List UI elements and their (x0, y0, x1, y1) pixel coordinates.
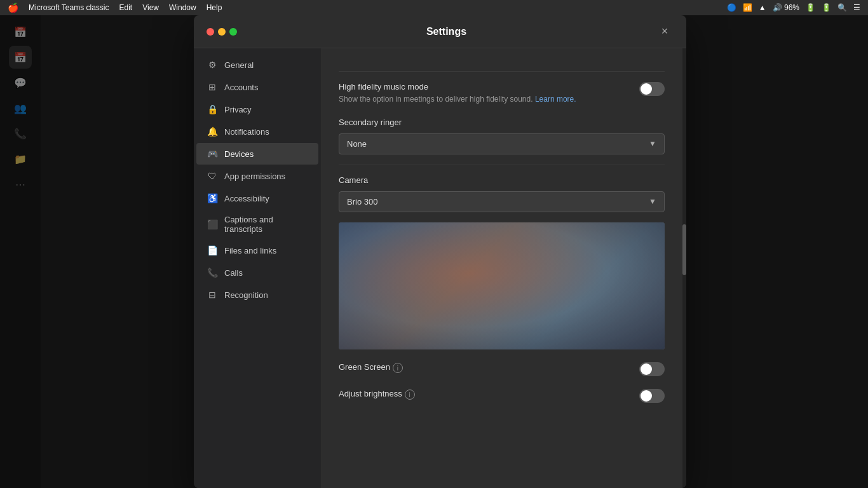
nav-label-privacy: Privacy (224, 105, 252, 114)
settings-scrollbar[interactable] (682, 48, 686, 488)
adjust-brightness-label: Adjust brightness (339, 389, 402, 398)
modal-title: Settings (426, 26, 466, 37)
settings-content: High fidelity music mode Show the option… (321, 48, 682, 488)
adjust-brightness-info-icon[interactable]: i (405, 390, 415, 400)
nav-label-files: Files and links (224, 246, 276, 255)
secondary-ringer-arrow: ▼ (649, 139, 656, 148)
adjust-brightness-label-group: Adjust brightness i (339, 389, 639, 401)
camera-section: Camera Brio 300 ▼ (339, 175, 665, 349)
accounts-icon: ⊞ (207, 81, 218, 93)
nav-item-accounts[interactable]: ⊞ Accounts (196, 76, 318, 98)
camera-preview (339, 222, 665, 349)
green-screen-label: Green Screen (339, 362, 390, 372)
nav-item-calls[interactable]: 📞 Calls (196, 262, 318, 283)
adjust-brightness-row: Adjust brightness i (339, 389, 665, 403)
nav-label-recognition: Recognition (224, 290, 268, 300)
nav-label-captions: Captions and transcripts (224, 215, 308, 234)
top-divider (339, 71, 665, 72)
nav-label-accessibility: Accessibility (224, 194, 269, 203)
adjust-brightness-label-wrap: Adjust brightness i (339, 389, 629, 401)
menubar-right: 🔵 📶 ▲ 🔊 96% 🔋 🔋 🔍 ☰ (727, 3, 860, 12)
secondary-ringer-value: None (347, 139, 367, 149)
adjust-brightness-toggle[interactable] (639, 389, 665, 403)
secondary-ringer-dropdown[interactable]: None ▼ (339, 133, 665, 154)
app-name: Microsoft Teams classic (29, 3, 109, 12)
scrollbar-thumb[interactable] (682, 224, 686, 275)
search-icon[interactable]: 🔍 (837, 3, 847, 12)
devices-icon: 🎮 (207, 148, 218, 159)
privacy-icon: 🔒 (207, 104, 218, 115)
settings-modal: Settings × ⚙ General ⊞ Accounts 🔒 Privac… (194, 15, 686, 488)
green-screen-row: Green Screen i (339, 362, 665, 376)
recognition-icon: ⊟ (207, 289, 218, 301)
secondary-ringer-section: Secondary ringer None ▼ (339, 118, 665, 154)
menu-edit[interactable]: Edit (119, 3, 132, 12)
high-fidelity-toggle-knob (641, 83, 652, 95)
nav-item-notifications[interactable]: 🔔 Notifications (196, 121, 318, 142)
nav-label-accounts: Accounts (224, 83, 258, 92)
close-button[interactable] (207, 28, 214, 36)
volume-icon: 🔊 96% (773, 3, 799, 12)
nav-label-notifications: Notifications (224, 127, 269, 137)
modal-body: ⚙ General ⊞ Accounts 🔒 Privacy 🔔 Notific… (194, 48, 686, 488)
camera-label: Camera (339, 175, 665, 185)
nav-label-calls: Calls (224, 268, 243, 278)
files-icon: 📄 (207, 245, 218, 256)
nav-item-devices[interactable]: 🎮 Devices (196, 143, 318, 165)
nav-item-captions[interactable]: ⬛ Captions and transcripts (196, 210, 318, 239)
camera-dropdown[interactable]: Brio 300 ▼ (339, 191, 665, 212)
wifi-icon: 📶 (743, 3, 752, 12)
modal-header: Settings × (194, 15, 686, 48)
notifications-icon: 🔔 (207, 126, 218, 137)
notification-icon[interactable]: ☰ (853, 3, 860, 12)
camera-value: Brio 300 (347, 197, 377, 207)
nav-label-general: General (224, 60, 254, 70)
green-screen-toggle[interactable] (639, 362, 665, 376)
battery-icon: 🔋 (806, 3, 815, 12)
traffic-lights (207, 28, 237, 36)
menu-view[interactable]: View (142, 3, 159, 12)
maximize-button[interactable] (229, 28, 237, 36)
nav-label-devices: Devices (224, 149, 254, 159)
adjust-brightness-toggle-knob (641, 390, 652, 402)
nav-item-privacy[interactable]: 🔒 Privacy (196, 98, 318, 120)
high-fidelity-description: Show the option in meetings to deliver h… (339, 94, 629, 105)
green-screen-info-icon[interactable]: i (393, 363, 403, 373)
high-fidelity-label: High fidelity music mode (339, 82, 629, 92)
minimize-button[interactable] (218, 28, 226, 36)
menu-help[interactable]: Help (207, 3, 222, 12)
calls-icon: 📞 (207, 267, 218, 278)
secondary-ringer-label: Secondary ringer (339, 118, 665, 127)
nav-item-recognition[interactable]: ⊟ Recognition (196, 284, 318, 306)
accessibility-icon: ♿ (207, 193, 218, 204)
high-fidelity-row: High fidelity music mode Show the option… (339, 82, 665, 105)
high-fidelity-label-group: High fidelity music mode Show the option… (339, 82, 639, 105)
high-fidelity-toggle[interactable] (639, 82, 665, 96)
general-icon: ⚙ (207, 59, 218, 71)
app-permissions-icon: 🛡 (207, 170, 218, 182)
modal-close-button[interactable]: × (656, 23, 674, 41)
nav-item-accessibility[interactable]: ♿ Accessibility (196, 187, 318, 209)
middle-divider (339, 165, 665, 165)
nav-item-files[interactable]: 📄 Files and links (196, 240, 318, 261)
control-icon: ▲ (759, 3, 766, 12)
apple-menu[interactable]: 🍎 (8, 3, 18, 13)
nav-item-general[interactable]: ⚙ General (196, 54, 318, 76)
nav-item-app-permissions[interactable]: 🛡 App permissions (196, 165, 318, 187)
camera-arrow: ▼ (649, 197, 656, 206)
green-screen-label-group: Green Screen i (339, 362, 639, 374)
green-screen-toggle-knob (641, 363, 652, 375)
nav-label-app-permissions: App permissions (224, 172, 285, 181)
bluetooth-icon: 🔵 (727, 3, 736, 12)
captions-icon: ⬛ (207, 219, 218, 230)
high-fidelity-learn-more[interactable]: Learn more. (535, 95, 576, 104)
menubar-left: 🍎 Microsoft Teams classic Edit View Wind… (8, 3, 222, 13)
menubar: 🍎 Microsoft Teams classic Edit View Wind… (0, 0, 868, 15)
menu-window[interactable]: Window (169, 3, 196, 12)
settings-nav: ⚙ General ⊞ Accounts 🔒 Privacy 🔔 Notific… (194, 48, 321, 488)
green-screen-label-wrap: Green Screen i (339, 362, 629, 374)
clock: 🔋 (822, 3, 831, 12)
